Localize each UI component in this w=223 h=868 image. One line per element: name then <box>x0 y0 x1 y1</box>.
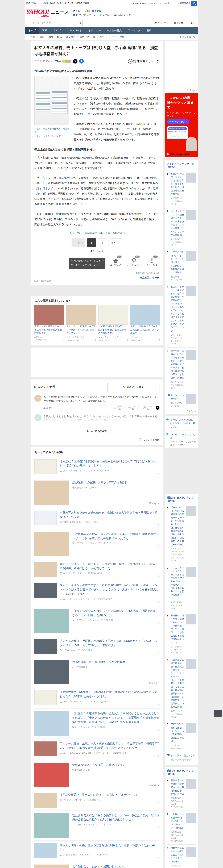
topics-list-link[interactable]: トピックス一覧 <box>180 35 196 38</box>
related-title[interactable]: 【成蹊？ 成城？ 明治学院？】GMARCHに迫る大学の序列はこの… <box>98 325 126 334</box>
yahoo-news-logo[interactable]: YAHOO! JAPAN ニュース <box>26 9 69 17</box>
magazine-ranking-heading[interactable]: 雑誌アクセスランキング（経済） <box>167 496 196 504</box>
ranking-title[interactable]: 竹中平蔵「給料を上げるのは間違った政策だ」石破茂も結局はポピュリスト「利権団体を… <box>171 349 185 380</box>
list-item-title[interactable]: 整形外科医「悪い腰は簡単」シニアに爆売 <box>72 660 159 664</box>
list-item[interactable]: もう漏れない「はき心地最高の吸水パンツ」 ペルーナ X 広告i✕ <box>34 862 159 868</box>
list-item[interactable]: 「レベルが違う」反町隆史と松嶋菜々子が並ぶ姿にSNSざわつく「なんだこのクオリテ… <box>34 636 159 657</box>
list-item[interactable]: 【西の学習院？】甲南大学に通う学生に聞いた「本音で一言！」 ダイヤモンド・オンラ… <box>34 790 159 810</box>
figure-caption-link[interactable]: （上）：私立大学経営法人 売上高別 <box>34 127 69 134</box>
ad-info-icon[interactable]: i <box>192 89 195 92</box>
nav-tab[interactable]: ライブ <box>50 27 64 34</box>
share-x-icon[interactable]: X <box>94 339 96 341</box>
ranking-item[interactable]: 4 〈日産が２工場閉鎖を発表〉従業員は「家を買ってしまった人はどうすれば…」「十… <box>167 656 196 721</box>
article-figure[interactable]: （上）：私立大学経営法人 売上高別 （下）：売上高ランキング <box>34 76 69 138</box>
web-search-button[interactable] <box>191 1 197 6</box>
source-site-link[interactable]: 東京商工リサーチ <box>140 276 159 279</box>
ranking-title[interactable]: 300万円台で買える新型スポーツカーって? 変態級の加速に期待大望!! <box>171 723 185 743</box>
nav-tab[interactable]: トップ <box>25 27 39 34</box>
category-tab[interactable]: 地域 <box>118 34 126 40</box>
share-x-icon[interactable]: X <box>158 524 159 526</box>
share-x-icon[interactable]: X <box>158 703 159 706</box>
ai-assistant-button[interactable]: ✦AI アシスタント <box>167 119 189 124</box>
list-item-title[interactable]: もう漏れない「はき心地最高の吸水パンツ」 <box>72 865 159 868</box>
list-item-title[interactable]: 奈良教育大附属小から突然の知らせ…全国の国立大学附属学校・幼稚園で「規模縮小」の… <box>60 510 159 519</box>
ad-close-icon[interactable]: ✕ <box>196 89 197 92</box>
ad-close-icon[interactable]: ✕ <box>158 784 159 787</box>
share-x-icon[interactable]: X <box>158 600 159 603</box>
pr-title[interactable]: お金の悩みに備えるなら <box>171 754 196 757</box>
list-item-title[interactable]: 老人ホーム職員「至急、本人・家族と面談したい」…埼玉県草加市、待機者426人の〈… <box>60 741 159 750</box>
related-card[interactable]: ホリエモン、有名私大をFラン呼びは「さすがに失礼だろ」に“た… スポニチアネック… <box>66 305 96 342</box>
ad-info-icon[interactable]: i <box>154 784 157 787</box>
list-item[interactable]: 「Fラン大学なんか進学しても意味はない」は本当か。世間で議論になる「Fラン問題」… <box>34 606 159 636</box>
list-item[interactable]: 老人ホーム職員「至急、本人・家族と面談したい」…埼玉県草加市、待機者426人の〈… <box>34 739 159 760</box>
list-item[interactable]: 法政大と明治大の権力闘争を言論封殺に利用した、右翼・軍部の「巧妙な手口」 7 ダ… <box>34 840 159 862</box>
pinned-link[interactable]: Yahoo!ニュース オリジナル Yahoo!ニュースでしか出会えないコンテンツ <box>165 431 198 448</box>
hide-comments-checkbox[interactable] <box>139 438 142 441</box>
nav-tab[interactable]: 速報 <box>39 27 50 34</box>
list-item-title[interactable]: 【東洋大学？ 日本大学？】GMARCHに続く大学の序列はこの20年間でどう変わっ… <box>60 690 159 699</box>
purchase-history-link[interactable]: 購入履歴 <box>170 19 187 27</box>
list-item[interactable]: 便秘より怖い。「歩き屁」大腸SOSです。 明治薬品株式会社 X 広告i✕ <box>34 760 159 790</box>
ranking-item[interactable]: 3 日本円の「紙くず化」は避けられない…「消費税減税」でも「給付金」でも参院選の… <box>167 612 196 656</box>
pager-prev[interactable]: 〈 前へ <box>71 238 85 247</box>
isee-reaction-button[interactable]: ☉なるほど13 <box>128 405 139 410</box>
list-item-title[interactable]: 「社員15人の石けん工場」が100億円企業に…後継ぎの30歳元商社マンが「下請け… <box>72 532 159 540</box>
ad-info-icon[interactable]: i <box>154 682 157 684</box>
list-item-title[interactable]: 寝たきり老人には「生きる価値がない」のか…参政党の公約「延命治療の全額自己負担化… <box>72 813 159 822</box>
ranking-title[interactable]: 「豆腐バー」累計9000万本…“食べタい”から大ヒット【解説】 <box>171 813 185 830</box>
ad-close-icon[interactable]: ✕ <box>158 502 159 505</box>
ranking-item[interactable]: 2 「トヨタ車でよく見るよね」「えっ後からでも付けられるの？」早速購入してホンダ… <box>167 564 196 612</box>
ranking-title[interactable]: ウクライナで「ドイツ製新防空システム」が火を噴き次々ドローンを撃墜 ミサイルより… <box>171 210 185 237</box>
pager-next[interactable]: 次へ 〉 <box>108 238 122 247</box>
yahoo-japan-link[interactable]: Yahoo! JAPAN <box>131 2 146 5</box>
pager-page-2[interactable]: 2 <box>98 238 107 247</box>
share-x-icon[interactable]: X <box>158 339 160 341</box>
inline-link[interactable]: 順天堂大学 <box>59 176 72 179</box>
share-x-icon[interactable]: X <box>126 339 128 341</box>
sidebar-ad[interactable]: 広告i✕ このPDFの内容誰かサクッと教えて！ AI アシスタントにチャットで聞… <box>165 88 198 158</box>
share-x-icon[interactable]: X <box>158 754 159 757</box>
reaction-new-perspective-button[interactable]: 44 新しい視点 <box>145 258 159 267</box>
category-tab[interactable]: 国内 <box>37 34 46 40</box>
list-item-title[interactable]: 朝ドラヒロイン、４５歳で死去 ３度の結婚・離婚、３度目は１４日で破局 摂食障害、… <box>60 562 159 570</box>
list-item-title[interactable]: 法政大と明治大の権力闘争を言論封殺に利用した、右翼・軍部の「巧妙な手口」 <box>60 843 159 852</box>
video-ranking-heading[interactable]: 動画アクセスランキング（経済） <box>167 769 196 777</box>
ranking-title[interactable]: 友人が「イオン」の株主ですが、毎月の買い物で「年1万8000円」のキャッシュバッ… <box>171 285 185 332</box>
ranking-item[interactable]: 2 「豆腐バー」累計9000万本…“食べタい”から大ヒット【解説】TBS NEW… <box>167 810 196 844</box>
list-item[interactable]: 朝ドラヒロイン、４５歳で死去 ３度の結婚・離婚、３度目は１４日で破局 摂食障害、… <box>34 559 159 580</box>
category-tab[interactable]: 主要 <box>29 34 37 40</box>
ranking-item[interactable]: 3 自動で炒めるマシン初導入 注文ごとに作り コンビニ弁当進化へTBS NEWS… <box>167 844 196 868</box>
help-link[interactable]: ヘルプ <box>149 2 155 5</box>
ranking-title[interactable]: 自動で炒めるマシン初導入 注文ごとに作り コンビニ弁当進化へ <box>171 846 185 863</box>
pinned-link-title[interactable]: 参院選、みんなの関心は？ヤフコメや政党比較を確認 <box>170 419 195 428</box>
category-tab[interactable]: 科学 <box>97 34 106 40</box>
ranking-title[interactable]: 私立大学の経営、売上トップは (学)順天堂 赤字率 5割に迫る、損益は地域格差が… <box>171 172 185 196</box>
ranking-pr-item[interactable]: PR セゾンファンデックスセゾンファンデックス <box>167 392 196 409</box>
ad-close-icon[interactable]: ✕ <box>194 410 196 412</box>
keyword-search-input[interactable]: キーワードを入力 <box>31 20 83 26</box>
ad-info-icon[interactable]: i <box>154 502 157 505</box>
share-x-icon[interactable]: X <box>158 472 159 475</box>
ranking-item[interactable]: 5 300万円台で買える新型スポーツカーって? 変態級の加速に期待大望!!ベスト… <box>167 721 196 752</box>
agree-reaction-button[interactable]: ☺共感した106 <box>114 405 125 410</box>
related-title[interactable]: 慶應・上智の推薦枠が余って二次募集!? 進学校と推薦校で起きて… <box>34 325 62 334</box>
list-item[interactable]: 整形外科医「悪い腰は簡単」シニアに爆売 ハーブ健康本舗 X 広告i✕ <box>34 657 159 687</box>
related-title[interactable]: ホリエモン、有名私大をFラン呼びは「さすがに失礼だろ」に“た… <box>66 325 95 334</box>
hmm-reaction-button[interactable]: ☹うーん27 <box>143 405 153 410</box>
share-facebook-button[interactable]: f <box>79 59 84 64</box>
list-item-title[interactable]: 「レベルが違う」反町隆史と松嶋菜々子が並ぶ姿にSNSざわつく「なんだこのクオリテ… <box>60 639 159 648</box>
comment-count-link[interactable]: 64 <box>55 60 61 63</box>
list-item[interactable]: 髪が覚醒「10倍濃いフサフサ育毛剤」殺到 株式会社ファーマフーズ X 広告i✕ <box>34 477 159 507</box>
report-article-link[interactable]: 記事に関する報告 <box>34 280 51 283</box>
ranking-item[interactable]: 1 夏休み予算 4年連続「増やす人」が…国内旅行は予算ダウンの理由TBS NEW… <box>167 777 196 811</box>
list-item-title[interactable]: 「Fラン大学なんか進学しても意味はない」は本当か。世間で議論になる「Fラン問題」… <box>72 609 159 618</box>
signup-link[interactable]: 新規取得 <box>92 9 101 13</box>
share-x-icon[interactable]: X <box>158 545 159 547</box>
ranking-item[interactable]: 5 竹中平蔵「給料を上げるのは間違った政策だ」石破茂も結局はポピュリスト「利権団… <box>167 347 196 392</box>
web-search-input[interactable]: ウェブ検索 <box>158 1 177 6</box>
list-item[interactable]: 【同志社？ 立命館？】関関同立・産近甲龍の序列はこの20年間でどう変わった？【2… <box>34 457 159 478</box>
pinned-link[interactable]: 参院選、みんなの関心は？ヤフコメや政党比較を確認 <box>165 416 198 431</box>
list-item[interactable]: 〈日産が２工場閉鎖を発表〉従業員は「家を買ってしまった人はどうすれば…」「十数万… <box>34 709 159 739</box>
list-item-title[interactable]: 〈日産が２工場閉鎖を発表〉従業員は「家を買ってしまった人はどうすれば…」「十数万… <box>72 711 159 724</box>
